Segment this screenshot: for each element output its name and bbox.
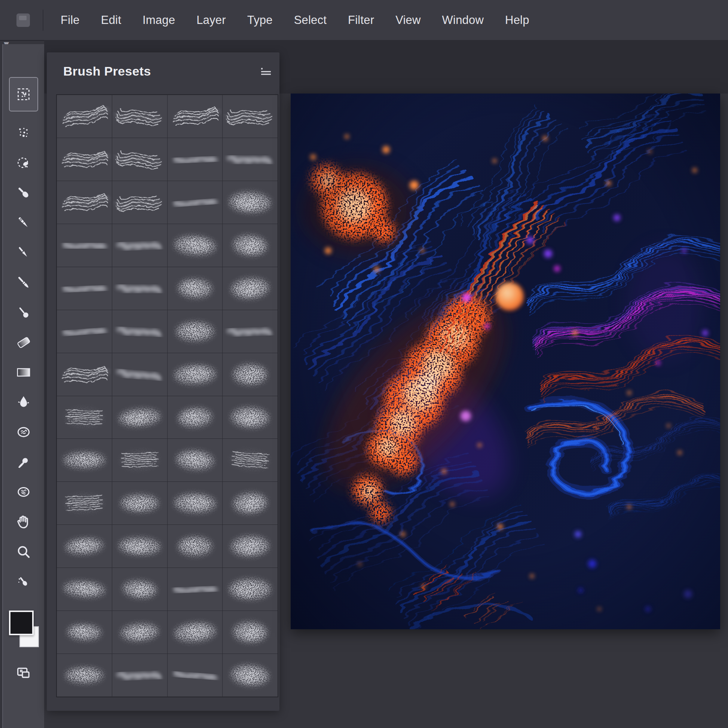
- brush-preset-40-grain[interactable]: [223, 482, 278, 525]
- brush-preset-47-soft[interactable]: [168, 568, 223, 610]
- brush-preset-32-grain[interactable]: [223, 396, 278, 439]
- magnifier-icon: [15, 543, 32, 560]
- brush-preset-53-grain[interactable]: [57, 654, 112, 697]
- menu-item-type[interactable]: Type: [247, 14, 273, 27]
- foreground-color-swatch[interactable]: [9, 610, 34, 635]
- brush-preset-15-grain[interactable]: [168, 224, 223, 267]
- scatter-icon: [15, 124, 32, 141]
- brush-preset-37-striate[interactable]: [57, 482, 112, 525]
- brush-preset-10-lines[interactable]: [112, 181, 167, 224]
- menu-item-window[interactable]: Window: [442, 14, 484, 27]
- brush-preset-45-grain[interactable]: [57, 568, 112, 610]
- scribble-icon: [15, 424, 32, 441]
- pen-brush-tool[interactable]: [11, 242, 36, 263]
- brush-preset-46-grain[interactable]: [112, 568, 167, 610]
- brush-preset-22-soft[interactable]: [112, 310, 167, 353]
- gradient-icon: [15, 364, 32, 381]
- brush-preset-24-soft[interactable]: [223, 310, 278, 353]
- brush-preset-12-grain[interactable]: [223, 181, 278, 224]
- menu-item-help[interactable]: Help: [505, 14, 529, 27]
- brush-preset-34-striate[interactable]: [112, 439, 167, 482]
- brush-preset-25-lines[interactable]: [57, 353, 112, 396]
- brush-preset-36-striate[interactable]: [223, 439, 278, 482]
- brush-preset-9-lines[interactable]: [57, 181, 112, 224]
- brush-preset-grid: [56, 94, 278, 697]
- color-swatches[interactable]: [9, 610, 38, 645]
- eraser-tool[interactable]: [11, 332, 36, 353]
- screen-mode-button[interactable]: [11, 662, 36, 684]
- panel-menu-button[interactable]: [258, 64, 274, 78]
- brush-preset-29-striate[interactable]: [57, 396, 112, 439]
- brush-preset-1-lines[interactable]: [57, 95, 112, 138]
- pattern-stamp-tool[interactable]: [11, 152, 36, 174]
- brush-preset-20-grain[interactable]: [223, 267, 278, 310]
- brush-preset-14-soft[interactable]: [112, 224, 167, 267]
- brush-preset-8-soft[interactable]: [223, 138, 278, 181]
- brush-preset-41-grain[interactable]: [57, 525, 112, 567]
- brush-preset-39-grain[interactable]: [168, 482, 223, 525]
- brush-preset-17-soft[interactable]: [57, 267, 112, 310]
- brush-preset-2-lines[interactable]: [112, 95, 167, 138]
- menu-divider: [43, 10, 43, 31]
- brush-preset-30-grain[interactable]: [112, 396, 167, 439]
- brush-preset-5-lines[interactable]: [57, 138, 112, 181]
- blur-drop-tool[interactable]: [11, 391, 36, 413]
- knife-tool[interactable]: [11, 212, 36, 234]
- brush-preset-52-grain[interactable]: [223, 611, 278, 653]
- marquee-tool[interactable]: [9, 77, 38, 112]
- brush-preset-38-grain[interactable]: [112, 482, 167, 525]
- swirl-icon: [15, 154, 32, 171]
- brush-preset-19-grain[interactable]: [168, 267, 223, 310]
- gradient-tool[interactable]: [11, 361, 36, 383]
- brush-preset-3-lines[interactable]: [168, 95, 223, 138]
- menu-item-filter[interactable]: Filter: [348, 14, 374, 27]
- brush-preset-42-grain[interactable]: [112, 525, 167, 567]
- brush-preset-54-soft[interactable]: [112, 654, 167, 697]
- brush-preset-51-grain[interactable]: [168, 611, 223, 653]
- brush-preset-18-soft[interactable]: [112, 267, 167, 310]
- brush-preset-7-soft[interactable]: [168, 138, 223, 181]
- round-smudge-tool[interactable]: [11, 301, 36, 323]
- brush-preset-21-soft[interactable]: [57, 310, 112, 353]
- brush-preset-4-lines[interactable]: [223, 95, 278, 138]
- brush-preset-13-soft[interactable]: [57, 224, 112, 267]
- brush-preset-6-lines[interactable]: [112, 138, 167, 181]
- angled-brush-tool[interactable]: [11, 182, 36, 203]
- menu-item-view[interactable]: View: [395, 14, 421, 27]
- zoom-tool[interactable]: [11, 541, 36, 563]
- brush-preset-55-soft[interactable]: [168, 654, 223, 697]
- brush-preset-28-grain[interactable]: [223, 353, 278, 396]
- wrench-icon: [15, 453, 32, 471]
- detail-brush-tool[interactable]: [11, 571, 36, 593]
- hand-tool[interactable]: [11, 511, 36, 533]
- brush-preset-44-grain[interactable]: [223, 525, 278, 567]
- brush-preset-35-grain[interactable]: [168, 439, 223, 482]
- brush-preset-26-soft[interactable]: [112, 353, 167, 396]
- brush-preset-50-grain[interactable]: [112, 611, 167, 653]
- menu-item-layer[interactable]: Layer: [196, 14, 226, 27]
- brush-preset-27-grain[interactable]: [168, 353, 223, 396]
- app-logo-icon[interactable]: [17, 14, 30, 27]
- brush-preset-56-grain[interactable]: [223, 654, 278, 697]
- brush-icon: [15, 184, 32, 201]
- menu-item-select[interactable]: Select: [294, 14, 327, 27]
- brush-preset-23-grain[interactable]: [168, 310, 223, 353]
- brush-preset-33-grain[interactable]: [57, 439, 112, 482]
- brush-preset-31-grain[interactable]: [168, 396, 223, 439]
- marquee-icon: [15, 86, 32, 103]
- menu-item-image[interactable]: Image: [142, 14, 175, 27]
- smear-tool[interactable]: [11, 481, 36, 503]
- document-canvas[interactable]: [291, 93, 720, 629]
- scatter-lasso-tool[interactable]: [11, 122, 36, 144]
- brush-preset-48-grain[interactable]: [223, 568, 278, 610]
- sponge-tool[interactable]: [11, 421, 36, 443]
- menu-item-file[interactable]: File: [61, 14, 80, 27]
- brush-preset-43-grain[interactable]: [168, 525, 223, 567]
- brush-preset-49-grain[interactable]: [57, 611, 112, 653]
- paintbrush-tool[interactable]: [11, 272, 36, 293]
- brush-preset-16-grain[interactable]: [223, 224, 278, 267]
- brush-preset-11-soft[interactable]: [168, 181, 223, 224]
- menu-item-edit[interactable]: Edit: [101, 14, 121, 27]
- airbrush-tool[interactable]: [11, 451, 36, 473]
- panel-menu-icon: [258, 65, 274, 78]
